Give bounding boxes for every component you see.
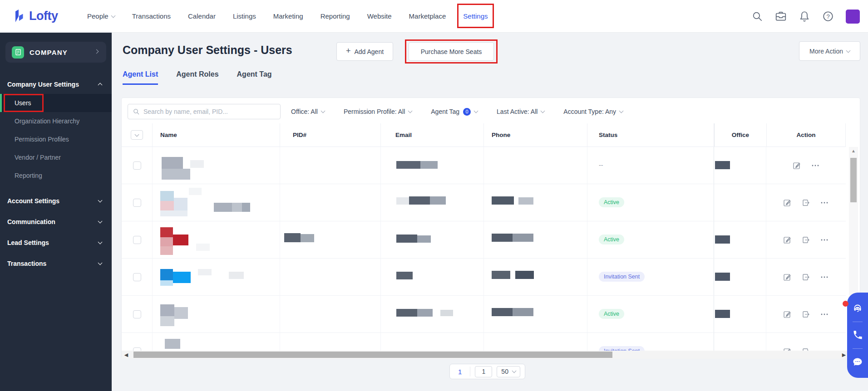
sidebar-item-organization-hierarchy[interactable]: Organization Hierarchy	[0, 112, 112, 130]
row-checkbox-cell	[122, 221, 153, 258]
more-icon[interactable]	[820, 273, 829, 281]
row-checkbox[interactable]	[133, 347, 141, 351]
transfer-icon[interactable]	[802, 199, 810, 207]
tab-agent-list[interactable]: Agent List	[123, 70, 158, 85]
sidebar-item-reporting[interactable]: Reporting	[0, 166, 112, 185]
page-number[interactable]: 1	[454, 368, 465, 376]
lofty-logo-icon	[12, 9, 25, 24]
filter-agent-tag[interactable]: Agent Tag0	[431, 108, 478, 116]
nav-item-marketplace[interactable]: Marketplace	[409, 12, 446, 20]
page-size-select[interactable]: 50	[497, 366, 520, 377]
table-row: Invitation Sent	[122, 333, 846, 351]
office-cell	[714, 184, 766, 221]
transfer-icon[interactable]	[802, 310, 810, 318]
more-icon[interactable]	[811, 161, 819, 170]
filter-permission-profile-all[interactable]: Permission Profile: All	[344, 108, 412, 115]
sidebar-section-communication[interactable]: Communication	[0, 211, 112, 232]
more-action-button[interactable]: More Action	[799, 41, 860, 61]
transfer-icon[interactable]	[802, 273, 810, 281]
sidebar-section-transactions[interactable]: Transactions	[0, 253, 112, 274]
redacted-block	[513, 234, 533, 242]
column-header-email: Email	[381, 123, 484, 147]
nav-item-people[interactable]: People	[87, 12, 115, 20]
chevron-down-icon	[321, 109, 325, 113]
nav-item-settings[interactable]: Settings	[463, 12, 488, 20]
transfer-icon[interactable]	[802, 236, 810, 244]
filter-account-type-any[interactable]: Account Type: Any	[563, 108, 623, 115]
redacted-block	[160, 227, 173, 237]
redacted-block	[492, 271, 510, 279]
user-avatar[interactable]	[846, 10, 860, 24]
redacted-block	[396, 161, 420, 169]
search-icon[interactable]	[751, 10, 763, 22]
more-icon[interactable]	[820, 199, 829, 207]
redacted-block	[160, 304, 174, 316]
help-icon[interactable]: ?	[822, 10, 834, 22]
nav-item-reporting[interactable]: Reporting	[321, 12, 350, 20]
contact-widget	[847, 293, 868, 378]
company-switcher[interactable]: COMPANY	[5, 42, 106, 63]
row-checkbox[interactable]	[133, 310, 141, 318]
search-input[interactable]	[143, 108, 280, 115]
filter-last-active-all[interactable]: Last Active: All	[497, 108, 544, 115]
add-agent-button[interactable]: + Add Agent	[336, 42, 393, 61]
purchase-more-seats-button[interactable]: Purchase More Seats	[409, 42, 494, 61]
sidebar-item-permission-profiles[interactable]: Permission Profiles	[0, 130, 112, 148]
edit-icon[interactable]	[783, 273, 791, 281]
filter-office-all[interactable]: Office: All	[291, 108, 325, 115]
vertical-scrollbar-thumb[interactable]	[850, 158, 857, 202]
redacted-block	[214, 203, 232, 212]
horizontal-scrollbar[interactable]: ◀ ▶	[122, 351, 848, 359]
redacted-block	[430, 196, 446, 205]
edit-icon[interactable]	[783, 310, 791, 318]
phone-icon[interactable]	[852, 330, 863, 341]
redacted-block	[160, 280, 173, 286]
column-header-phone: Phone	[484, 123, 587, 147]
nav-item-listings[interactable]: Listings	[233, 12, 256, 20]
select-all-checkbox[interactable]	[131, 130, 143, 140]
redacted-block	[162, 169, 190, 180]
status-badge: Invitation Sent	[599, 346, 645, 351]
bell-icon[interactable]	[799, 10, 810, 22]
more-icon[interactable]	[820, 310, 829, 318]
more-icon[interactable]	[820, 236, 829, 244]
scroll-up-icon[interactable]: ▲	[849, 148, 858, 153]
nav-item-calendar[interactable]: Calendar	[188, 12, 216, 20]
filter-label: Agent Tag	[431, 108, 459, 115]
sidebar-item-label: Reporting	[15, 172, 42, 179]
row-checkbox[interactable]	[133, 161, 141, 170]
page-jump-input[interactable]	[475, 366, 492, 377]
more-icon[interactable]	[820, 347, 829, 351]
sidebar-item-label: Organization Hierarchy	[15, 117, 79, 125]
sidebar-section-lead-settings[interactable]: Lead Settings	[0, 232, 112, 253]
message-bubble-icon[interactable]	[852, 357, 863, 367]
transfer-icon[interactable]	[802, 347, 810, 351]
email-cell	[381, 333, 484, 351]
email-cell	[381, 296, 484, 332]
sidebar-item-label: Users	[15, 99, 31, 107]
scroll-left-icon[interactable]: ◀	[122, 352, 131, 358]
tab-agent-roles[interactable]: Agent Roles	[176, 70, 218, 85]
tab-agent-tag[interactable]: Agent Tag	[237, 70, 272, 85]
redacted-block	[242, 203, 250, 212]
sidebar-section-account-settings[interactable]: Account Settings	[0, 191, 112, 211]
edit-icon[interactable]	[783, 199, 791, 207]
sidebar-item-users[interactable]: Users	[0, 94, 112, 112]
row-checkbox[interactable]	[133, 199, 141, 207]
support-chat-icon[interactable]	[852, 303, 863, 314]
svg-text:?: ?	[826, 13, 829, 20]
edit-icon[interactable]	[783, 347, 791, 351]
sidebar-section-company-user-settings[interactable]: Company User Settings	[0, 78, 112, 91]
horizontal-scrollbar-thumb[interactable]	[133, 352, 612, 358]
nav-item-transactions[interactable]: Transactions	[132, 12, 171, 20]
sidebar-item-vendor-partner[interactable]: Vendor / Partner	[0, 148, 112, 166]
nav-item-marketing[interactable]: Marketing	[273, 12, 303, 20]
row-checkbox[interactable]	[133, 236, 141, 244]
edit-icon[interactable]	[783, 236, 791, 244]
lofty-logo[interactable]: Lofty	[12, 9, 71, 24]
row-checkbox[interactable]	[133, 273, 141, 281]
redacted-block	[396, 272, 413, 279]
inbox-icon[interactable]	[775, 10, 787, 22]
nav-item-website[interactable]: Website	[367, 12, 392, 20]
edit-icon[interactable]	[793, 161, 801, 170]
